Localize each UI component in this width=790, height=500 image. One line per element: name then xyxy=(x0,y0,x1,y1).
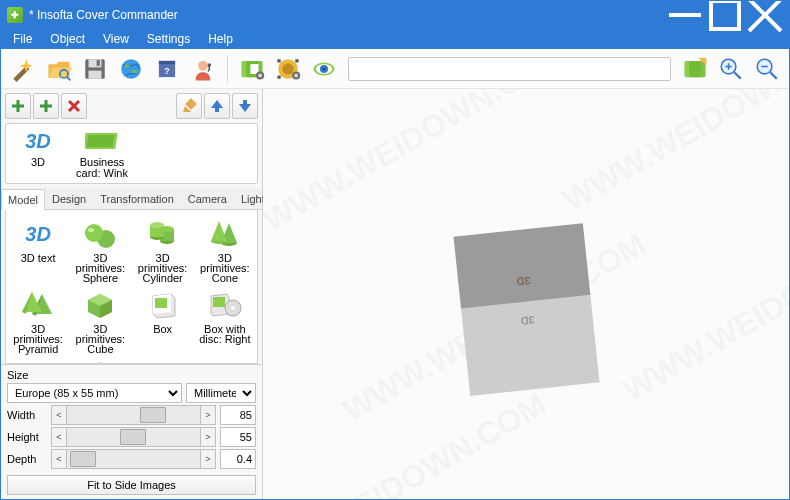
svg-rect-20 xyxy=(250,64,258,74)
add-object-button[interactable] xyxy=(5,93,31,119)
preview-slider[interactable] xyxy=(348,57,671,81)
menu-help[interactable]: Help xyxy=(200,30,241,48)
scene-item-businesscard[interactable]: Business card: Wink xyxy=(74,128,130,179)
svg-point-17 xyxy=(208,63,211,66)
minimize-button[interactable] xyxy=(665,1,705,29)
main-toolbar: ? xyxy=(1,49,789,89)
scene-objects-box: 3D 3D Business card: Wink xyxy=(5,123,258,184)
svg-point-14 xyxy=(132,69,137,72)
menu-settings[interactable]: Settings xyxy=(139,30,198,48)
scene-item-3d[interactable]: 3D 3D xyxy=(10,128,66,179)
svg-rect-81 xyxy=(155,298,167,308)
preview-canvas[interactable]: WWW.WEIDOWN.COM WWW.WEIDOWN.COM WWW.WEID… xyxy=(263,89,789,499)
svg-text:?: ? xyxy=(164,65,169,75)
tab-design[interactable]: Design xyxy=(45,188,93,209)
scene-toolbar xyxy=(1,89,262,123)
model-item[interactable]: 3D primitives: Pyramid xyxy=(8,287,68,356)
size-title: Size xyxy=(7,369,256,381)
svg-rect-83 xyxy=(213,297,225,307)
menu-object[interactable]: Object xyxy=(42,30,93,48)
svg-line-39 xyxy=(734,72,741,79)
svg-text:3D: 3D xyxy=(516,274,531,287)
model-item[interactable]: Box with disc: Right xyxy=(195,287,255,356)
svg-rect-52 xyxy=(185,98,196,109)
edit-object-button[interactable] xyxy=(176,93,202,119)
model-item-label: 3D text xyxy=(9,253,67,263)
size-preset-select[interactable]: Europe (85 x 55 mm) xyxy=(7,383,182,403)
fit-to-side-images-button[interactable]: Fit to Side Images xyxy=(7,475,256,495)
size-units-select[interactable]: Millimeters xyxy=(186,383,256,403)
globe-button[interactable] xyxy=(115,53,147,85)
svg-rect-54 xyxy=(215,107,219,112)
model-item[interactable]: Box xyxy=(133,287,193,356)
svg-point-67 xyxy=(150,222,164,228)
depth-input[interactable] xyxy=(220,449,256,469)
help-button[interactable]: ? xyxy=(151,53,183,85)
svg-point-61 xyxy=(88,228,94,232)
width-slider[interactable]: <> xyxy=(51,405,216,425)
scene-item-label: 3D xyxy=(10,157,66,168)
support-button[interactable] xyxy=(187,53,219,85)
model-item[interactable]: 3D primitives: Cylinder xyxy=(133,216,193,285)
svg-point-12 xyxy=(121,59,141,79)
export-image-button[interactable] xyxy=(236,53,268,85)
svg-point-34 xyxy=(322,67,325,70)
svg-rect-27 xyxy=(277,75,280,78)
depth-label: Depth xyxy=(7,453,47,465)
svg-marker-71 xyxy=(211,221,227,241)
model-item[interactable]: 3D3D text xyxy=(8,216,68,285)
model-item-label: 3D primitives: Pyramid xyxy=(9,324,67,354)
height-input[interactable] xyxy=(220,427,256,447)
model-item[interactable]: 3D primitives: Cube xyxy=(70,287,130,356)
model-item[interactable]: 3D primitives: Cone xyxy=(195,216,255,285)
tab-model[interactable]: Model xyxy=(1,189,45,210)
height-slider[interactable]: <> xyxy=(51,427,216,447)
model-item-label: Box xyxy=(134,324,192,334)
svg-rect-36 xyxy=(689,60,705,76)
model-item-label: 3D primitives: Cylinder xyxy=(134,253,192,283)
export-animation-button[interactable] xyxy=(272,53,304,85)
wizard-button[interactable] xyxy=(7,53,39,85)
property-tabs: Model Design Transformation Camera Light… xyxy=(1,188,262,210)
model-item-label: Box with disc: Right xyxy=(196,324,254,344)
svg-point-60 xyxy=(85,224,103,242)
zoom-out-button[interactable] xyxy=(751,53,783,85)
depth-slider[interactable]: <> xyxy=(51,449,216,469)
move-up-button[interactable] xyxy=(204,93,230,119)
maximize-button[interactable] xyxy=(705,1,745,29)
title-bar: ✚ * Insofta Cover Commander xyxy=(1,1,789,29)
svg-point-16 xyxy=(198,60,208,70)
model-item-label: 3D primitives: Cone xyxy=(196,253,254,283)
model-gallery[interactable]: 3D3D text3D primitives: Sphere3D primiti… xyxy=(5,210,258,364)
menu-file[interactable]: File xyxy=(5,30,40,48)
svg-marker-53 xyxy=(211,100,223,108)
svg-rect-119 xyxy=(454,223,591,308)
svg-point-24 xyxy=(282,63,293,74)
size-panel: Size Europe (85 x 55 mm) Millimeters Wid… xyxy=(1,364,262,499)
open-button[interactable] xyxy=(43,53,75,85)
close-button[interactable] xyxy=(745,1,785,29)
toolbar-separator xyxy=(227,55,228,83)
svg-rect-25 xyxy=(277,59,280,62)
move-down-button[interactable] xyxy=(232,93,258,119)
save-button[interactable] xyxy=(79,53,111,85)
duplicate-object-button[interactable] xyxy=(33,93,59,119)
tab-camera[interactable]: Camera xyxy=(181,188,234,209)
svg-line-7 xyxy=(67,77,70,80)
svg-rect-10 xyxy=(89,70,102,78)
zoom-in-button[interactable] xyxy=(715,53,747,85)
render-button[interactable] xyxy=(679,53,711,85)
model-item[interactable]: 3D primitives: Sphere xyxy=(70,216,130,285)
model-item-label: 3D primitives: Cube xyxy=(71,324,129,354)
svg-point-85 xyxy=(231,306,235,310)
tab-transformation[interactable]: Transformation xyxy=(93,188,181,209)
menu-view[interactable]: View xyxy=(95,30,137,48)
svg-rect-26 xyxy=(295,59,298,62)
svg-rect-1 xyxy=(711,1,739,29)
width-input[interactable] xyxy=(220,405,256,425)
rendered-3d-object: 3D 3D xyxy=(436,190,616,422)
app-icon: ✚ xyxy=(7,7,23,23)
delete-object-button[interactable] xyxy=(61,93,87,119)
watermark: WWW.WEIDOWN.COM xyxy=(617,206,789,410)
preview-eye-button[interactable] xyxy=(308,53,340,85)
